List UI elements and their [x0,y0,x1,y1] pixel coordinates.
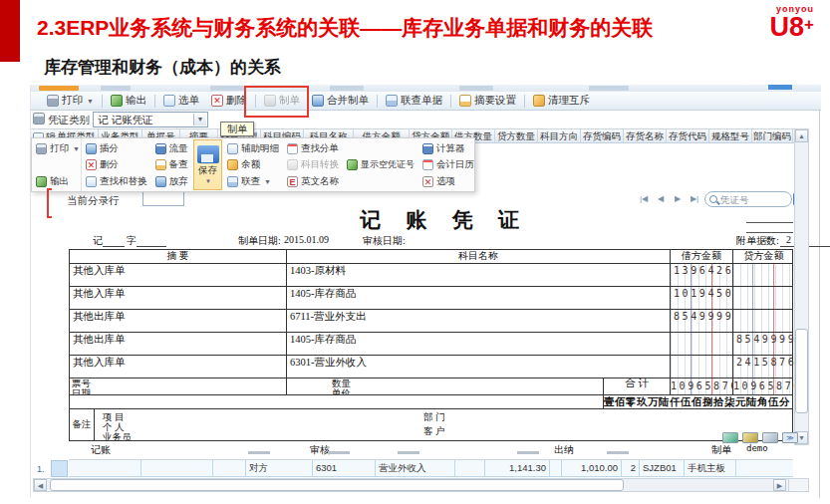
voucher-edit-ribbon: 打印 ▼ 输出 插分 ✕ 删分 查找和替换 流量 备查 [31,137,475,192]
find-split-button[interactable]: 查找分单 [287,141,339,155]
cropped-fragment [101,86,131,91]
pen-tool-icon[interactable] [762,432,778,443]
entry-summary: 其他入库单 [70,264,286,286]
scroll-right-arrow[interactable]: ▶ [773,479,786,491]
voucher-class-select[interactable]: 记 记账凭证 ▼ [93,112,208,127]
customer-label: 客 户 [423,425,444,438]
find-split-icon [287,143,298,154]
linked-docs-button[interactable]: 联查单据 [380,93,448,110]
clear-mutex-button[interactable]: 清理互斥 [527,93,596,110]
calculator-button[interactable]: 计算器 [422,141,470,155]
english-name-button[interactable]: E 英文名称 [287,174,339,188]
calendar-button[interactable]: 会计日历 [422,158,470,172]
abandon-label: 放弃 [169,175,188,188]
save-button[interactable]: 保存 ▼ [193,139,222,190]
entry-credit: 24158767 [732,356,794,378]
reference-button[interactable]: 备查 [155,158,189,172]
show-empty-icon [347,159,358,170]
voucher-entry-row[interactable]: 其他入库单 6301-营业外收入 24158767 [70,355,792,378]
balance-label: 余额 [241,158,260,171]
horizontal-scrollbar[interactable]: ◀ ▶ [33,478,809,492]
image-tool-icon[interactable] [722,432,738,443]
empty-cell [69,460,140,476]
find-split-label: 查找分单 [301,142,339,155]
chevron-down-icon: ▼ [73,145,80,152]
col-credit-qty[interactable]: 贷方数量 [495,129,538,142]
prev-record-button[interactable]: ◀ [654,192,668,206]
floppy-disk-icon [197,145,219,163]
last-record-button[interactable]: ▶| [688,192,701,206]
erp-screenshot: 打印 ▼ 输出 选单 ✕ 删除 制单 合并制单 联查单据 摘要设置 [30,85,820,498]
options-button[interactable]: ✕ 选项 [422,174,470,188]
col-spec-model[interactable]: 规格型号 [709,129,752,142]
col-inv-alias[interactable]: 存货代码 [667,129,709,142]
empty-cell [140,460,212,476]
entry-debit [670,333,732,355]
double-chevron-icon[interactable]: ≫ [782,432,798,443]
voucher-no-search-input[interactable] [720,194,778,205]
insert-split-button[interactable]: 插分 [86,141,147,155]
abandon-button[interactable]: 放弃 [155,174,189,188]
export-button[interactable]: 输出 [105,93,152,110]
col-dept-code[interactable]: 部门编码 [752,129,793,142]
slide-subtitle: 库存管理和财务（成本）的关系 [44,56,281,79]
voucher-class-label: 凭证类别 [48,114,90,127]
scroll-left-arrow[interactable]: ◀ [34,479,47,491]
toolbar-separator [450,95,451,108]
camera-tool-icon[interactable] [742,432,758,443]
balance-button[interactable]: 余额 [227,158,279,172]
col-inv-code[interactable]: 存货编码 [581,129,624,142]
voucher-entry-row[interactable]: 其他出库单 6711-营业外支出 85499998 [70,309,792,332]
delete-split-icon: ✕ [86,159,97,170]
voucher-mini-toolbar: ≫ [722,432,798,443]
flow-button[interactable]: 流量 [155,141,189,155]
summary-settings-button[interactable]: 摘要设置 [453,93,522,110]
clipped-text [248,451,270,454]
english-name-label: 英文名称 [301,175,339,188]
empty-cell [212,460,245,476]
ribbon-export-label: 输出 [50,175,69,188]
ribbon-export-button[interactable]: 输出 [36,174,77,188]
linked-view-button[interactable]: 联查 ▼ [227,174,279,188]
select-doc-button[interactable]: 选单 [157,93,205,110]
voucher-entry-row[interactable]: 其他入库单 1405-库存商品 10194507 [70,286,792,309]
voucher-entry-row[interactable]: 其他出库单 1405-库存商品 85499998 [70,332,792,355]
print-button[interactable]: 打印 ▼ [41,93,100,110]
col-account-dir[interactable]: 科目方向 [538,129,581,142]
red-highlight-merge-button [244,86,309,118]
horizontal-scroll-thumb[interactable] [50,479,624,491]
amount-in-words-row: 壹佰零玖万陆仟伍佰捌拾柒元陆角伍分 [70,394,792,408]
next-record-button[interactable]: ▶ [671,192,685,206]
aux-detail-button[interactable]: 辅助明细 [227,141,279,155]
dept-label: 部 门 [423,411,444,424]
cell-price: 1,010.00 [561,460,621,476]
calendar-label: 会计日历 [436,158,474,171]
vertical-scrollbar[interactable]: ▲ ▼ [794,128,809,445]
attach-count-label: 附单据数: [736,234,779,248]
voucher-navigation: |◀ ◀ ▶ ▶| [637,191,792,207]
col-inv-name[interactable]: 存货名称 [624,129,667,142]
voucher-table: 摘 要 科目名称 借方金额 贷方金额 其他入库单 1403-原材料 139642… [69,249,793,441]
cropped-fragment [459,86,493,91]
merge-voucher-button[interactable]: 合并制单 [306,93,375,110]
toolbar-separator [154,95,155,108]
ribbon-print-button[interactable]: 打印 ▼ [36,141,77,155]
find-replace-button[interactable]: 查找和替换 [86,174,147,188]
account-convert-label: 科目转换 [301,158,339,171]
show-empty-voucher-no-button[interactable]: 显示空凭证号 [347,158,415,172]
select-doc-label: 选单 [178,94,199,108]
yonyou-u8-logo: yonyou U8+ [770,5,814,41]
scroll-up-arrow[interactable]: ▲ [795,129,808,142]
row-selector[interactable] [51,460,68,477]
first-record-button[interactable]: |◀ [637,192,651,206]
voucher-search-box[interactable] [704,191,792,207]
calendar-icon [422,159,433,170]
current-entry-line-input[interactable] [142,191,184,206]
grid-data-row[interactable]: 对方 6301 营业外收入 1,141.30 1,010.00 2 SJZB01… [69,460,793,477]
voucher-title: 记 账 凭 证 [330,206,559,234]
chevron-down-icon: ▼ [193,114,206,126]
voucher-entry-row[interactable]: 其他入库单 1403-原材料 13964260 [70,263,792,286]
vertical-scroll-thumb[interactable] [795,329,808,413]
entry-debit: 10194507 [670,287,732,309]
delete-split-button[interactable]: ✕ 删分 [86,158,147,172]
